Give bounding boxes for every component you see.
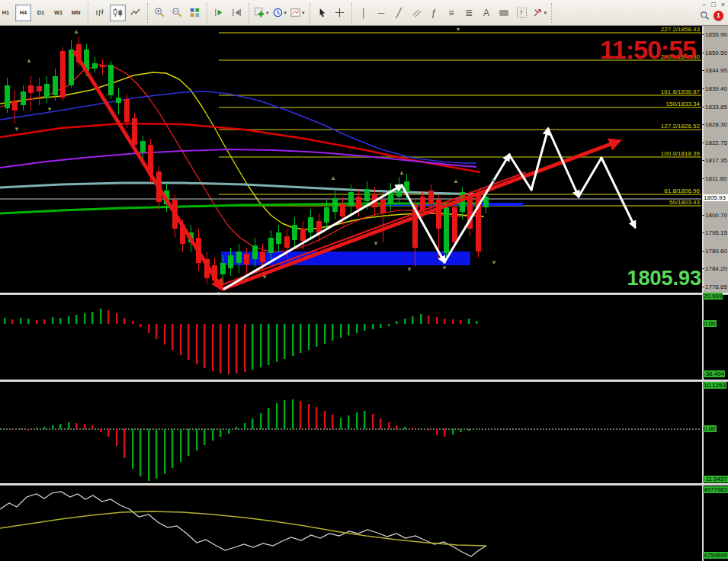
timeframe-h4[interactable]: H4: [15, 5, 31, 21]
arrows-icon[interactable]: ▾: [531, 5, 548, 21]
session-clock: 11:50:55: [600, 35, 696, 65]
histogram-bar: [308, 324, 309, 350]
histogram-bar: [36, 320, 37, 324]
tile-windows-icon[interactable]: [187, 5, 203, 21]
pane-separator[interactable]: [0, 483, 728, 486]
histogram-bar: [244, 324, 245, 372]
timeframe-mn[interactable]: MN: [68, 5, 84, 21]
histogram-bar: [420, 428, 422, 429]
fractal-down-icon: ▼: [14, 126, 20, 133]
candle-body: [124, 99, 130, 122]
histogram-bar: [284, 400, 285, 429]
histogram-bar: [4, 428, 5, 429]
projection-up-arrow: [223, 141, 619, 289]
histogram-bar: [180, 324, 181, 355]
horizontal-line-icon[interactable]: ─: [374, 5, 390, 21]
indicators-icon[interactable]: ▾: [253, 5, 270, 21]
line-chart-icon[interactable]: [127, 5, 143, 21]
fibonacci-retracement-icon[interactable]: ƒ: [426, 5, 442, 21]
fractal-up-icon: ▲: [399, 169, 405, 176]
histogram-bar: [20, 318, 21, 324]
indicator-value-box: 10.1253: [703, 382, 726, 389]
close-button[interactable]: ×: [721, 1, 725, 8]
histogram-bar: [372, 324, 374, 329]
label-icon[interactable]: [496, 5, 512, 21]
candle-body: [12, 101, 18, 111]
histogram-bar: [172, 324, 173, 350]
templates-icon[interactable]: ▾: [289, 5, 306, 21]
volume-ma-yellow: [0, 511, 486, 546]
histogram-bar: [356, 324, 358, 333]
fib-label: 50/1803.43: [669, 199, 701, 206]
vertical-line-icon[interactable]: │: [356, 5, 372, 21]
histogram-bar: [364, 411, 365, 429]
fib-label: 127.2/1826.52: [661, 123, 701, 130]
histogram-bar: [220, 324, 221, 373]
candle-body: [332, 198, 338, 212]
timeframe-w1[interactable]: W1: [50, 5, 66, 21]
candle-body: [300, 229, 306, 241]
search-icon[interactable]: [700, 11, 710, 21]
histogram-bar: [252, 324, 253, 370]
histogram-bar: [116, 429, 117, 446]
toolbar-group: [88, 3, 148, 23]
toolbar-group: [310, 3, 352, 23]
candle-body: [452, 207, 457, 242]
candle-body: [132, 118, 137, 145]
indicator-value-box: 4977983: [703, 486, 728, 493]
fractal-down-icon: ▼: [47, 106, 53, 113]
histogram-bar: [476, 321, 477, 324]
histogram-bar: [372, 414, 374, 429]
chart-shift-icon[interactable]: [229, 5, 245, 21]
zigzag-segment: [531, 129, 548, 190]
candle-body: [140, 141, 146, 152]
notification-badge[interactable]: 1: [714, 11, 723, 21]
trendline-icon[interactable]: ╱: [391, 5, 407, 21]
histogram-bar: [84, 424, 85, 429]
restore-button[interactable]: □: [711, 1, 715, 8]
zigzag-segment: [509, 155, 531, 190]
histogram-bar: [268, 408, 269, 429]
candle-body: [37, 86, 42, 91]
price-tick-label: 1789.60: [705, 248, 727, 255]
indicator-value-box: 4754699: [703, 552, 728, 559]
candlestick-chart-icon[interactable]: [110, 5, 126, 21]
histogram-bar: [260, 324, 261, 367]
timeframe-d1[interactable]: D1: [33, 5, 49, 21]
auto-scroll-icon[interactable]: [211, 5, 227, 21]
histogram-bar: [140, 429, 141, 476]
pane-separator[interactable]: [0, 293, 728, 295]
crosshair-icon[interactable]: [332, 5, 348, 21]
current-price-marker: 1805.93: [703, 194, 728, 201]
text-box-icon[interactable]: T: [514, 5, 530, 21]
candle-body: [108, 65, 114, 95]
periods-icon[interactable]: ▾: [271, 5, 288, 21]
fibo-levels-icon[interactable]: ≡: [444, 5, 460, 21]
histogram-bar: [468, 429, 470, 431]
timeframe-h1[interactable]: H1: [0, 5, 14, 21]
histogram-bar: [444, 429, 445, 437]
fractal-down-icon: ▼: [441, 264, 447, 271]
histogram-bar: [356, 412, 358, 429]
text-icon[interactable]: A: [479, 5, 495, 21]
zoom-out-icon[interactable]: [169, 5, 185, 21]
candle-body: [340, 204, 345, 216]
histogram-bar: [36, 428, 37, 429]
impulse-down-arrow: [74, 51, 222, 289]
histogram-bar: [412, 316, 413, 324]
minimize-button[interactable]: –: [702, 1, 706, 8]
chart-canvas[interactable]: 227.2/1858.43200.0/1848.30161.8/1836.871…: [0, 0, 728, 561]
cursor-icon[interactable]: [314, 5, 330, 21]
candle-body: [356, 197, 361, 209]
zoom-in-icon[interactable]: [152, 5, 168, 21]
histogram-bar: [204, 324, 205, 368]
histogram-bar: [27, 429, 29, 431]
bar-chart-icon[interactable]: [92, 5, 108, 21]
histogram-bar: [460, 320, 461, 324]
fibo-expansion-icon[interactable]: ≣: [461, 5, 477, 21]
histogram-bar: [84, 313, 85, 324]
histogram-bar: [75, 423, 77, 429]
macd-pane: [4, 309, 477, 374]
equidistant-channel-icon[interactable]: [409, 5, 425, 21]
pane-separator[interactable]: [0, 380, 728, 382]
